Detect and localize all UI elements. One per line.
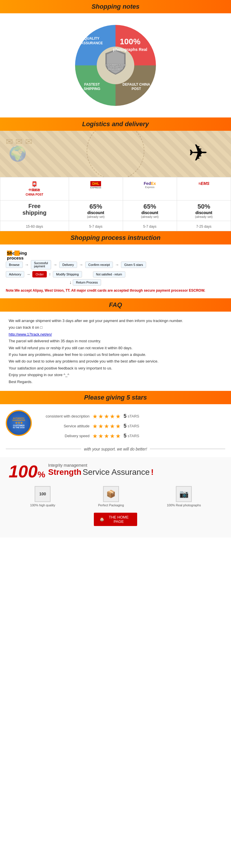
support-message: with your support. we will do better! <box>84 447 147 452</box>
section-five-stars: Please giving 5 stars AUTHENTIC GUARANTE… <box>0 391 231 457</box>
stars-rows: consistent with description ★★★★★ 5 sTAR… <box>38 410 225 442</box>
fedex-days: 5-7 days <box>123 221 177 231</box>
fedex-logo: FedEx Express <box>126 180 174 190</box>
china-post-days: 15-60 days <box>0 221 69 231</box>
stars-count-3: 5 <box>124 433 126 439</box>
shopping-notes-title: Shopping notes <box>91 3 140 10</box>
icon-quality-box: 100 <box>35 486 50 502</box>
stars-word-2: sTARS <box>128 424 139 428</box>
stars-label-3: Delivery speed <box>38 434 89 438</box>
process-content: Shopping process Browse → Successfulpaym… <box>0 245 231 298</box>
dhl-discount-cell: 65% discount (already set) <box>69 200 123 221</box>
shipping-offers-row: Freeshipping 65% discount (already set) … <box>0 200 231 221</box>
stars-main: AUTHENTIC GUARANTEE ★★★ CUSTOMER IS THE … <box>6 410 225 442</box>
icon-photos: 📷 100% Real photographs <box>167 486 201 507</box>
photos-icon: 📷 <box>179 490 189 498</box>
process-note: Note:We accept Alipay, West Union, TT. A… <box>6 288 225 292</box>
icon-quality-label: 100% high quality <box>30 503 55 507</box>
home-page-button[interactable]: 🏠 THE HOME PAGE <box>94 513 137 526</box>
pie-photos-label: 100% photographs Real <box>113 36 147 52</box>
flow-bottom-row: ↓ Return Process <box>69 279 225 286</box>
packaging-icon: 📦 <box>106 490 116 498</box>
dhl-logo: DHL EXPRESS <box>72 180 120 190</box>
stars-row-3: Delivery speed ★★★★★ 5 sTARS <box>38 433 225 439</box>
faq-p1: We will arrange shipment within 3 days a… <box>9 317 222 324</box>
icon-quality: 100 100% high quality <box>30 486 55 507</box>
logistics-banner: ✉ ✉ ✉ ✈ 🌍 <box>0 131 231 177</box>
hundred-labels: Integrity management Strength Service As… <box>48 463 154 477</box>
shopping-notes-header: Shopping notes <box>0 0 231 13</box>
logistics-title: Logistics and delivery <box>82 120 149 128</box>
pie-center-text: CUSTOMERS IS GOD INTEGRITY MANAGEMENT <box>101 51 130 80</box>
service-assurance: Service Assurance <box>83 468 150 476</box>
shipping-table: 📮 中国邮政CHINA POST DHL EXPRESS FedEx Expre… <box>0 177 231 231</box>
ems-discount-cell: 50% discount (already set) <box>177 200 231 221</box>
faq-p6: If you have any problems, please feel fr… <box>9 351 222 358</box>
free-shipping-cell: Freeshipping <box>0 200 69 221</box>
stars-count-2: 5 <box>124 423 126 429</box>
stars-count-1: 5 <box>124 413 126 419</box>
hundred-title-row: 100% Integrity management Strength Servi… <box>9 463 222 480</box>
strength-service-row: Strength Service Assurance ! <box>48 468 154 477</box>
faq-p7: We will do our best to solve any problem… <box>9 358 222 365</box>
icon-photos-label: 100% Real photographs <box>167 503 201 507</box>
stars-label-1: consistent with description <box>38 414 89 418</box>
five-stars-title: Please giving 5 stars <box>84 394 147 401</box>
pie-quality-label: QUALITY ASSURANCE <box>81 36 103 45</box>
delivery-box: Delivery <box>59 261 77 268</box>
ems-already-set: (already set) <box>180 215 228 218</box>
orange-box-icon <box>14 251 20 256</box>
icon-packaging-box: 📦 <box>103 486 119 502</box>
badge-stars: ★★★ <box>15 421 23 425</box>
faq-p9: Enjoy your shopping in our store ^_^ <box>9 372 222 378</box>
browse-box: Browse <box>6 261 23 268</box>
fedex-discount-cell: 65% discount (already set) <box>123 200 177 221</box>
hundred-number-block: 100% <box>9 463 45 480</box>
modify-shipping-box: Modify Shipping <box>53 271 82 277</box>
guarantee-badge: AUTHENTIC GUARANTEE ★★★ CUSTOMER IS THE … <box>6 410 32 436</box>
logistics-header: Logistics and delivery <box>0 118 231 131</box>
badge-line1: AUTHENTIC GUARANTEE <box>7 417 31 421</box>
stars-icons-1: ★★★★★ <box>92 413 121 420</box>
home-icon: 🏠 <box>100 517 104 521</box>
pie-chart: QUALITY ASSURANCE 100% photographs Real … <box>69 19 162 112</box>
flow-diagram: Browse → Successfulpayment → Delivery → … <box>6 260 225 286</box>
stars-word-3: sTARS <box>128 434 139 438</box>
icon-photos-box: 📷 <box>176 486 192 502</box>
section-logistics: Logistics and delivery ✉ ✉ ✉ ✈ 🌍 📮 中国邮政C… <box>0 118 231 231</box>
stars-icons-3: ★★★★★ <box>92 433 121 439</box>
process-header: Shopping process instruction <box>0 231 231 245</box>
ems-days: 7-25 days <box>177 221 231 231</box>
note-bold: Note:We accept Alipay, West Union, TT. A… <box>6 288 205 292</box>
exclaim: ! <box>151 468 154 476</box>
return-process-box: Return Process <box>73 279 101 286</box>
strength-text: Strength <box>48 468 81 476</box>
faq-p3: http://www.17track.net/en/ <box>9 331 222 338</box>
faq-p2: you can track it on □ <box>9 324 222 331</box>
china-post-logo: 📮 中国邮政CHINA POST <box>3 180 66 198</box>
badge-line2: CUSTOMER <box>13 425 25 427</box>
ems-discount: 50% <box>180 203 228 210</box>
carrier-logos-row: 📮 中国邮政CHINA POST DHL EXPRESS FedEx Expre… <box>0 177 231 200</box>
icon-packaging: 📦 Perfect Packaging <box>98 486 124 507</box>
flow-top-row: Browse → Successfulpayment → Delivery → … <box>6 260 225 269</box>
process-subtitle: Shopping process <box>6 250 225 256</box>
section-shopping-notes: Shopping notes QUALITY ASSURANCE <box>0 0 231 118</box>
flow-middle-row: Advisory → Order ↑ Modify Shipping Not s… <box>6 271 225 277</box>
five-stars-header: Please giving 5 stars <box>0 391 231 404</box>
stars-row-2: Service attitude ★★★★★ 5 sTARS <box>38 423 225 430</box>
dhl-days: 5-7 days <box>69 221 123 231</box>
given-five-box: Given 5 stars <box>121 261 146 268</box>
home-label: THE HOME PAGE <box>106 515 131 524</box>
support-text: with your support. we will do better! <box>6 447 225 452</box>
dhl-discount: 65% <box>72 203 120 210</box>
stars-icons-2: ★★★★★ <box>92 423 121 430</box>
icon-packaging-label: Perfect Packaging <box>98 503 124 507</box>
icons-row: 100 100% high quality 📦 Perfect Packagin… <box>9 486 222 507</box>
faq-p8: Your satisfaction and positive feedback … <box>9 365 222 372</box>
section-hundred: 100% Integrity management Strength Servi… <box>0 457 231 537</box>
logistics-content: ✉ ✉ ✉ ✈ 🌍 📮 中国邮政CHINA POST DHL EXPRESS <box>0 131 231 231</box>
faq-title: FAQ <box>109 301 122 308</box>
globe-bg <box>87 131 144 177</box>
shopping-notes-content: QUALITY ASSURANCE 100% photographs Real … <box>0 13 231 118</box>
